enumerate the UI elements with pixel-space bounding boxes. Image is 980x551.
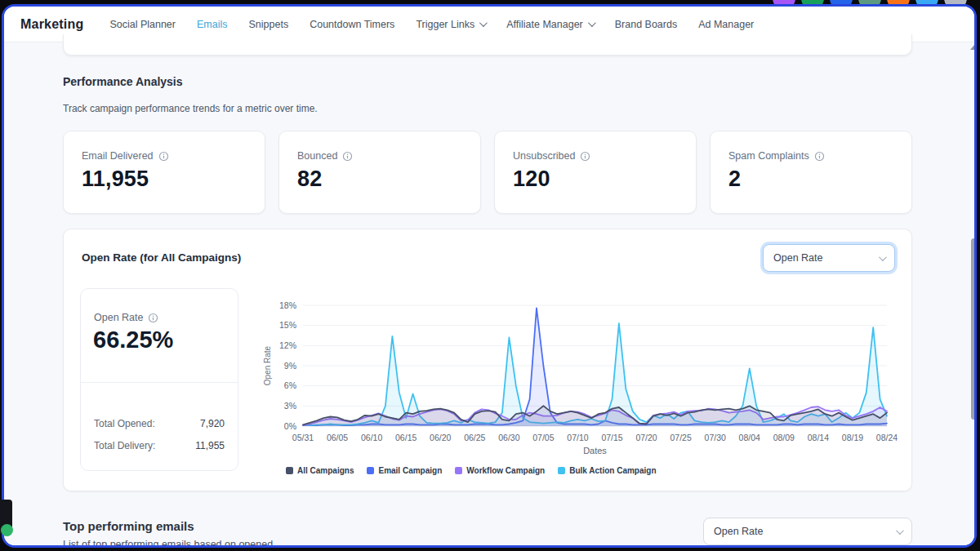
total-opened-row: Total Opened: 7,920: [94, 418, 225, 429]
svg-text:07/20: 07/20: [635, 433, 657, 442]
svg-text:Open Rate: Open Rate: [263, 345, 272, 385]
open-rate-chart: 0%3%6%9%12%15%18%05/3106/0506/1006/1506/…: [260, 299, 905, 462]
tab-label: Social Planner: [109, 19, 176, 30]
legend-label: All Campaigns: [297, 466, 354, 475]
svg-text:08/14: 08/14: [808, 433, 829, 442]
stat-value: 120: [513, 167, 696, 192]
open-rate-chart-card: Open Rate (for All Campaigns) Open Rate …: [63, 229, 912, 491]
svg-text:0%: 0%: [284, 421, 296, 431]
stat-label: Unsubscribed: [513, 150, 575, 162]
open-rate-summary-panel: Open Rate 66.25% Total Opened: 7,920 Tot…: [80, 288, 238, 471]
info-icon[interactable]: [342, 151, 353, 162]
scroll-up-arrow-icon[interactable]: [970, 45, 977, 50]
scrollbar-thumb[interactable]: [971, 238, 977, 420]
row-label: Total Opened:: [94, 418, 155, 429]
info-icon[interactable]: [148, 313, 158, 323]
svg-text:07/25: 07/25: [670, 433, 692, 442]
top-emails-title: Top performing emails: [63, 519, 194, 533]
stat-cards-row: Email Delivered 11,955 Bounced 82 Unsubs…: [63, 131, 912, 214]
svg-text:08/19: 08/19: [842, 433, 863, 442]
top-emails-dropdown-value: Open Rate: [714, 526, 763, 537]
svg-text:08/04: 08/04: [739, 433, 760, 442]
info-icon[interactable]: [580, 151, 590, 162]
svg-text:06/20: 06/20: [430, 433, 451, 442]
row-value: 11,955: [195, 440, 225, 451]
stat-card-spam-complaints: Spam Complaints 2: [710, 131, 912, 214]
tab-label: Ad Manager: [698, 19, 754, 30]
stat-card-bounced: Bounced 82: [278, 131, 481, 214]
svg-text:3%: 3%: [284, 401, 296, 411]
stat-value: 11,955: [82, 167, 265, 192]
previous-card-edge: [63, 34, 912, 56]
stat-label: Email Delivered: [82, 150, 154, 162]
legend-swatch: [455, 467, 462, 474]
app-window: Marketing Social PlannerEmailsSnippetsCo…: [2, 4, 977, 548]
stat-label: Bounced: [297, 150, 337, 162]
row-label: Total Delivery:: [94, 440, 155, 451]
chart-card-title: Open Rate (for All Campaigns): [82, 251, 241, 264]
svg-text:08/24: 08/24: [876, 433, 898, 442]
legend-item-email-campaign[interactable]: Email Campaign: [367, 466, 442, 475]
total-delivery-row: Total Delivery: 11,955: [94, 440, 225, 451]
tab-label: Countdown Timers: [310, 19, 394, 30]
tab-label: Snippets: [249, 19, 289, 30]
svg-text:6%: 6%: [284, 380, 296, 390]
legend-item-bulk-action-campaign[interactable]: Bulk Action Campaign: [558, 466, 656, 475]
svg-text:07/15: 07/15: [601, 433, 622, 442]
legend-swatch: [286, 467, 293, 474]
section-subtitle: Track campaign performance trends for a …: [63, 103, 318, 114]
svg-text:05/31: 05/31: [292, 433, 314, 442]
online-status-dot: [1, 524, 13, 536]
svg-text:06/30: 06/30: [498, 433, 519, 442]
section-title: Performance Analysis: [63, 75, 183, 88]
legend-swatch: [367, 467, 374, 474]
floating-widget[interactable]: [0, 500, 12, 534]
svg-text:12%: 12%: [279, 340, 296, 350]
tab-label: Affiliate Manager: [506, 19, 583, 30]
legend-swatch: [558, 467, 565, 474]
svg-text:07/10: 07/10: [567, 433, 588, 442]
legend-label: Workflow Campaign: [466, 466, 545, 475]
svg-text:9%: 9%: [284, 361, 296, 371]
stat-label: Spam Complaints: [728, 150, 809, 162]
legend-label: Bulk Action Campaign: [569, 466, 656, 475]
divider: [81, 382, 238, 383]
main-content: Performance Analysis Track campaign perf…: [4, 42, 974, 545]
top-emails-metric-dropdown[interactable]: Open Rate: [703, 518, 912, 545]
tab-label: Trigger Links: [416, 19, 474, 30]
svg-text:18%: 18%: [279, 300, 296, 310]
svg-text:06/15: 06/15: [395, 433, 416, 442]
svg-text:08/09: 08/09: [773, 433, 795, 442]
stat-value: 2: [728, 167, 911, 192]
info-icon[interactable]: [158, 151, 169, 162]
tab-label: Emails: [197, 19, 228, 30]
legend-item-all-campaigns[interactable]: All Campaigns: [286, 466, 354, 475]
row-value: 7,920: [200, 418, 225, 429]
chevron-down-icon: [879, 253, 887, 261]
stat-card-unsubscribed: Unsubscribed 120: [494, 131, 697, 214]
stat-card-email-delivered: Email Delivered 11,955: [63, 131, 265, 214]
metric-dropdown-value: Open Rate: [773, 252, 822, 264]
svg-text:06/05: 06/05: [327, 433, 348, 442]
chevron-down-icon: [588, 19, 596, 27]
legend-label: Email Campaign: [378, 466, 442, 475]
chart-legend: All CampaignsEmail CampaignWorkflow Camp…: [286, 466, 657, 475]
app-title: Marketing: [20, 17, 83, 32]
info-icon[interactable]: [814, 151, 825, 162]
svg-text:06/10: 06/10: [361, 433, 382, 442]
svg-text:Dates: Dates: [583, 446, 607, 455]
chevron-down-icon: [479, 19, 488, 27]
chevron-down-icon: [896, 527, 904, 535]
svg-text:06/25: 06/25: [464, 433, 485, 442]
top-emails-subtitle: List of top performing emails based on o…: [63, 539, 273, 548]
tab-label: Brand Boards: [615, 19, 677, 30]
svg-text:07/30: 07/30: [705, 433, 726, 442]
svg-text:15%: 15%: [279, 320, 296, 330]
svg-text:07/05: 07/05: [532, 433, 554, 442]
metric-dropdown[interactable]: Open Rate: [763, 244, 895, 272]
open-rate-value: 66.25%: [93, 327, 173, 353]
summary-label: Open Rate: [94, 312, 143, 323]
legend-item-workflow-campaign[interactable]: Workflow Campaign: [455, 466, 545, 475]
stat-value: 82: [297, 167, 480, 192]
